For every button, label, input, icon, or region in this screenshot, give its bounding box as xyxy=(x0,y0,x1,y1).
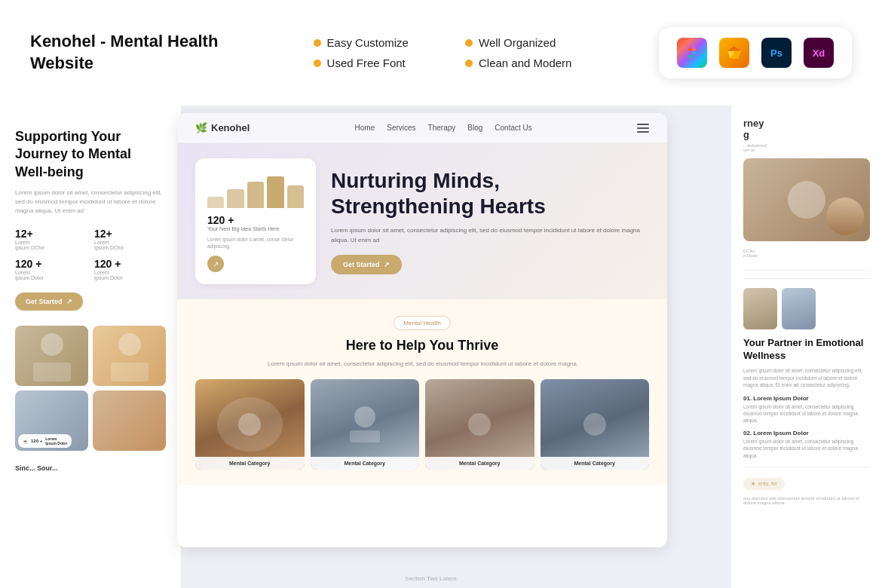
get-started-label-left: Get Started xyxy=(26,298,63,305)
site-nav-links: Home Services Therapy Blog Contact Us xyxy=(355,124,532,132)
sketch-icon[interactable] xyxy=(719,38,749,68)
right-section-body: Lorem ipsum dolor sit amet, consectetur … xyxy=(743,367,870,389)
tools-badge: Ps Xd xyxy=(659,27,852,78)
stat-num-3: 120 + xyxy=(15,258,87,270)
xd-icon[interactable]: Xd xyxy=(804,38,834,68)
get-started-label: Get Started xyxy=(343,261,380,268)
badge-icon: ☕ xyxy=(23,439,28,444)
top-bar: Kenohel - Mental Health Website Easy Cus… xyxy=(0,0,882,106)
arrow-icon: ↗ xyxy=(384,261,390,268)
mental-card-3: Mental Category xyxy=(425,379,534,470)
right-divider-2 xyxy=(743,467,870,467)
right-partial-subtext: ...delusmodum ut xyxy=(743,143,870,152)
hero-text: Lorem ipsum dolor sit amet, consectetur … xyxy=(331,226,649,246)
nav-blog[interactable]: Blog xyxy=(467,124,482,132)
right-list-text-2: Lorem ipsum dolor sit amet, consectetur … xyxy=(743,438,870,458)
feature-dot-3 xyxy=(465,39,473,47)
stat-label-3: LoremIpsum Dolor xyxy=(15,270,87,280)
hero-card-num: 120 + xyxy=(207,214,304,226)
hero-stat-card: 120 + Your Next Big Idea Starts Here Lor… xyxy=(195,158,316,284)
nav-contact[interactable]: Contact Us xyxy=(495,124,531,132)
logo-text: Kenohel xyxy=(211,122,250,133)
hero-card-arrow[interactable]: ↗ xyxy=(207,256,224,272)
mental-health-section: Mental Health Here to Help You Thrive Lo… xyxy=(177,299,667,485)
pill-dot: ★ xyxy=(751,481,755,487)
mental-card-label-1: Mental Category xyxy=(195,457,305,470)
stat-label-2: LoremIpsum DCfor xyxy=(94,240,166,250)
mental-card-bg-4 xyxy=(541,379,650,470)
stat-label-1: LoremIpsum DCfor xyxy=(15,240,87,250)
hero-content: Nurturing Minds,Strengthening Hearts Lor… xyxy=(331,168,649,274)
hero-section: 120 + Your Next Big Idea Starts Here Lor… xyxy=(177,143,667,299)
arrow-icon-left: ↗ xyxy=(66,298,72,305)
mental-card-1: Mental Category xyxy=(195,379,305,470)
stat-item-1: 12+ LoremIpsum DCfor xyxy=(15,228,87,250)
right-partial-text: rneyg xyxy=(743,118,870,140)
left-image-2 xyxy=(93,326,166,386)
figma-icon[interactable] xyxy=(677,38,707,68)
get-started-button[interactable]: Get Started ↗ xyxy=(331,255,402,274)
mental-card-label-2: Mental Category xyxy=(311,457,420,470)
main-area: Supporting Your Journey to Mental Well-b… xyxy=(0,106,882,588)
get-started-button-left[interactable]: Get Started ↗ xyxy=(15,292,83,311)
feature-label-4: Clean and Modern xyxy=(479,57,571,69)
bar-5 xyxy=(287,185,304,208)
left-panel: Supporting Your Journey to Mental Well-b… xyxy=(0,106,181,588)
right-pill: ★ ents, for xyxy=(743,478,785,490)
photoshop-icon[interactable]: Ps xyxy=(761,38,792,68)
feature-label-3: Well Organized xyxy=(479,36,556,49)
stat-item-2: 12+ LoremIpsum DCfor xyxy=(94,228,166,250)
mental-card-bg-2 xyxy=(311,379,420,470)
feature-dot-4 xyxy=(465,60,473,67)
right-main-image xyxy=(743,158,870,241)
right-panel: rneyg ...delusmodum ut DCforn Dolor Your… xyxy=(731,106,882,588)
center-panel: 🌿 Kenohel Home Services Therapy Blog Con… xyxy=(177,113,667,547)
human-figures xyxy=(743,288,870,329)
right-list-num-2: 02. Lorem Ipsum Dolor xyxy=(743,430,870,436)
left-image-1 xyxy=(15,326,88,386)
site-logo: 🌿 Kenohel xyxy=(195,122,250,133)
left-panel-text: Lorem ipsum dolor sit amet, consectetur … xyxy=(15,188,166,216)
bar-3 xyxy=(247,182,264,208)
left-bottom-text: Sinc... Sour... xyxy=(15,458,166,472)
hamburger-line-3 xyxy=(637,131,649,133)
mental-cards: Mental Category Mental Category xyxy=(195,379,649,470)
hamburger-menu[interactable] xyxy=(637,124,649,133)
mental-heading: Here to Help You Thrive xyxy=(195,338,649,354)
hamburger-line-1 xyxy=(637,124,649,125)
hero-heading: Nurturing Minds,Strengthening Hearts xyxy=(331,168,649,219)
mental-card-2: Mental Category xyxy=(311,379,420,470)
product-title: Kenohel - Mental Health Website xyxy=(30,31,226,74)
right-small-stats: DCforn Dolor xyxy=(743,249,870,258)
stat-num-2: 12+ xyxy=(94,228,166,240)
stat-label-4: LoremIpsum Dolor xyxy=(94,270,166,280)
nav-services[interactable]: Services xyxy=(387,124,415,132)
hamburger-line-2 xyxy=(637,127,649,129)
left-panel-title: Supporting Your Journey to Mental Well-b… xyxy=(15,128,166,181)
right-section-small-text: esy element sed doeiusmod tempor incidid… xyxy=(743,496,870,505)
bar-4 xyxy=(267,176,283,209)
badge-num: 120 + xyxy=(31,439,42,443)
left-image-4 xyxy=(93,390,166,451)
feature-item-3: Well Organized xyxy=(465,36,571,49)
right-section-one: rneyg ...delusmodum ut DCforn Dolor xyxy=(743,118,870,258)
stat-item-3: 120 + LoremIpsum Dolor xyxy=(15,258,87,280)
nav-therapy[interactable]: Therapy xyxy=(428,124,456,132)
stat-num-1: 12+ xyxy=(15,228,87,240)
left-image-3: ☕ 120 + LoremIpsum Dolor xyxy=(15,390,88,451)
left-images-grid: ☕ 120 + LoremIpsum Dolor xyxy=(15,326,166,451)
bar-1 xyxy=(207,197,224,208)
mental-badge: Mental Health xyxy=(394,316,450,330)
mental-card-bg-1 xyxy=(195,379,305,470)
mental-card-4: Mental Category xyxy=(541,379,650,470)
feature-item-4: Clean and Modern xyxy=(465,57,571,69)
bar-chart xyxy=(207,170,304,208)
human-figure-2 xyxy=(782,288,816,329)
human-figure-1 xyxy=(743,288,777,329)
stats-grid: 12+ LoremIpsum DCfor 12+ LoremIpsum DCfo… xyxy=(15,228,166,280)
mental-card-bg-3 xyxy=(425,379,534,470)
stat-num-4: 120 + xyxy=(94,258,166,270)
right-section-title: Your Partner in Emotional Wellness xyxy=(743,337,870,363)
nav-home[interactable]: Home xyxy=(355,124,375,132)
hero-card-subtitle: Your Next Big Idea Starts Here xyxy=(207,226,304,231)
